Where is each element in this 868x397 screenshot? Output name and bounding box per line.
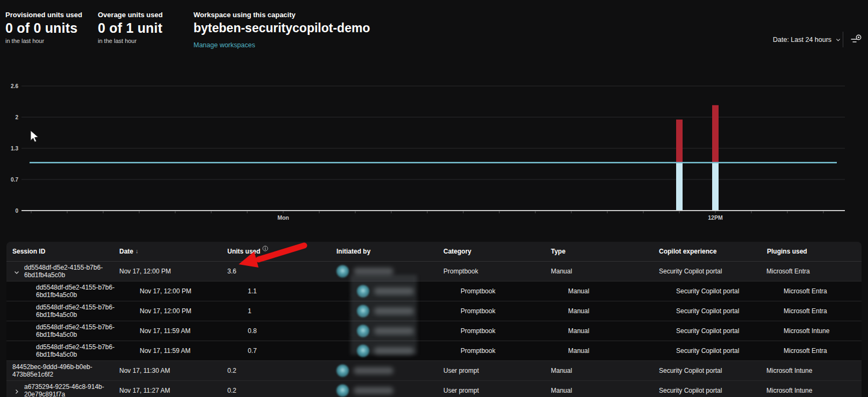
date-cell: Nov 17, 12:00 PM <box>119 268 171 275</box>
session-row[interactable]: dd5548df-d5e2-4155-b7b6-6bd1fb4a5c0bNov … <box>6 281 862 301</box>
redacted-user-name <box>354 387 393 394</box>
type-cell: Manual <box>568 287 589 295</box>
column-header-date[interactable]: Date ↓ <box>119 248 139 255</box>
session-row[interactable]: dd5548df-d5e2-4155-b7b6-6bd1fb4a5c0bNov … <box>6 262 862 281</box>
plugins-used-cell: Microsoft Intune <box>766 367 812 374</box>
column-header-type[interactable]: Type <box>551 248 565 255</box>
plugins-used-cell: Microsoft Entra <box>766 268 810 275</box>
svg-text:2.6: 2.6 <box>11 83 18 89</box>
avatar <box>336 385 349 397</box>
initiated-by-cell <box>357 345 459 357</box>
avatar <box>336 365 349 377</box>
capacity-usage-dashboard: { "header": { "stats": [ {"label": "Prov… <box>0 0 868 397</box>
svg-text:0: 0 <box>15 208 18 214</box>
date-cell: Nov 17, 11:59 AM <box>140 327 191 335</box>
plugins-used-cell: Microsoft Intune <box>784 327 829 335</box>
avatar <box>336 265 349 278</box>
session-id-cell: 84452bec-9ddd-496b-b0eb-473b85e1c6f2 <box>12 363 99 378</box>
category-cell: Promptbook <box>461 327 496 335</box>
copilot-experience-cell: Security Copilot portal <box>676 327 739 335</box>
session-id-cell: dd5548df-d5e2-4155-b7b6-6bd1fb4a5c0b <box>36 323 123 338</box>
type-cell: Manual <box>568 327 589 335</box>
redacted-user-name <box>374 288 414 295</box>
column-header-units-used[interactable]: Units used <box>227 248 268 255</box>
table-header-row: Session ID Date ↓ Units used Initiated b… <box>6 242 862 262</box>
session-row[interactable]: 84452bec-9ddd-496b-b0eb-473b85e1c6f2Nov … <box>6 361 862 381</box>
initiated-by-cell <box>336 365 439 377</box>
session-row[interactable]: dd5548df-d5e2-4155-b7b6-6bd1fb4a5c0bNov … <box>6 341 862 361</box>
initiated-by-cell <box>336 385 439 397</box>
session-id-cell: dd5548df-d5e2-4155-b7b6-6bd1fb4a5c0b <box>24 264 111 279</box>
copilot-experience-cell: Security Copilot portal <box>676 287 739 295</box>
copilot-experience-cell: Security Copilot portal <box>659 367 722 374</box>
category-cell: User prompt <box>443 367 479 374</box>
column-header-plugins-used[interactable]: Plugins used <box>767 248 807 255</box>
avatar <box>357 345 369 357</box>
sort-descending-icon: ↓ <box>135 248 139 254</box>
session-id-cell: dd5548df-d5e2-4155-b7b6-6bd1fb4a5c0b <box>36 284 123 299</box>
category-cell: Promptbook <box>461 307 496 315</box>
session-row[interactable]: dd5548df-d5e2-4155-b7b6-6bd1fb4a5c0bNov … <box>6 301 862 321</box>
redacted-user-name <box>374 348 414 355</box>
column-header-category[interactable]: Category <box>443 248 471 255</box>
chevron-down-icon[interactable] <box>13 268 20 275</box>
category-cell: Promptbook <box>461 347 496 355</box>
type-cell: Manual <box>551 387 572 394</box>
chevron-right-icon[interactable] <box>13 387 20 394</box>
svg-text:12PM: 12PM <box>708 214 723 221</box>
session-row[interactable]: a6735294-9225-46c8-914b-20e79c891f7aNov … <box>6 381 862 397</box>
svg-text:Mon: Mon <box>277 214 289 221</box>
category-cell: User prompt <box>443 387 479 394</box>
copilot-experience-cell: Security Copilot portal <box>659 387 722 394</box>
plugins-used-cell: Microsoft Entra <box>784 347 827 355</box>
units-used-cell: 0.2 <box>227 367 236 374</box>
category-cell: Promptbook <box>443 268 478 275</box>
type-cell: Manual <box>551 268 572 275</box>
plugins-used-cell: Microsoft Intune <box>766 387 812 394</box>
redacted-user-name <box>374 308 414 315</box>
date-cell: Nov 17, 11:27 AM <box>119 387 170 394</box>
info-icon[interactable] <box>262 246 268 251</box>
sessions-table-panel: Session ID Date ↓ Units used Initiated b… <box>6 242 862 397</box>
redacted-user-name <box>374 328 414 335</box>
table-body: dd5548df-d5e2-4155-b7b6-6bd1fb4a5c0bNov … <box>6 262 862 397</box>
date-cell: Nov 17, 11:59 AM <box>140 347 191 355</box>
column-header-session-id[interactable]: Session ID <box>12 248 45 255</box>
type-cell: Manual <box>568 307 589 315</box>
copilot-experience-cell: Security Copilot portal <box>676 307 739 315</box>
plugins-used-cell: Microsoft Entra <box>784 307 827 315</box>
type-cell: Manual <box>568 347 589 355</box>
svg-text:2: 2 <box>15 114 18 120</box>
units-used-cell: 3.6 <box>227 268 236 275</box>
session-id-cell: a6735294-9225-46c8-914b-20e79c891f7a <box>24 383 111 397</box>
units-used-cell: 0.2 <box>227 387 236 394</box>
units-used-cell: 0.8 <box>248 327 257 335</box>
plugins-used-cell: Microsoft Entra <box>784 287 827 295</box>
svg-text:1.3: 1.3 <box>11 146 18 151</box>
category-cell: Promptbook <box>461 287 496 295</box>
type-cell: Manual <box>551 367 572 374</box>
column-header-copilot-experience[interactable]: Copilot experience <box>659 248 716 255</box>
session-row[interactable]: dd5548df-d5e2-4155-b7b6-6bd1fb4a5c0bNov … <box>6 321 862 341</box>
date-cell: Nov 17, 12:00 PM <box>140 307 191 315</box>
session-id-cell: dd5548df-d5e2-4155-b7b6-6bd1fb4a5c0b <box>36 304 123 319</box>
session-id-cell: dd5548df-d5e2-4155-b7b6-6bd1fb4a5c0b <box>36 343 123 358</box>
svg-text:0.7: 0.7 <box>11 177 18 183</box>
column-header-initiated-by[interactable]: Initiated by <box>336 248 370 255</box>
units-used-cell: 1.1 <box>248 287 257 295</box>
units-used-cell: 0.7 <box>248 347 257 355</box>
copilot-experience-cell: Security Copilot portal <box>676 347 739 355</box>
units-usage-chart: 00.71.322.6Mon12PM <box>0 0 868 231</box>
redacted-user-name <box>354 268 393 275</box>
units-used-cell: 1 <box>248 307 252 315</box>
redacted-user-name <box>354 367 393 374</box>
date-cell: Nov 17, 11:30 AM <box>119 367 170 374</box>
copilot-experience-cell: Security Copilot portal <box>659 268 722 275</box>
date-cell: Nov 17, 12:00 PM <box>140 287 191 295</box>
